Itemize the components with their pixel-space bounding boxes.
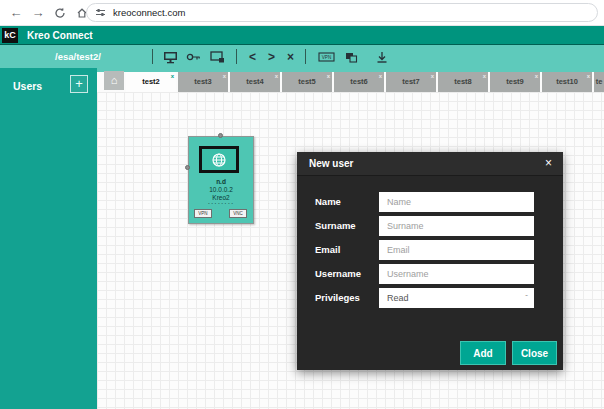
chevron-down-icon: ˇ <box>525 288 528 308</box>
site-settings-icon[interactable] <box>95 4 106 22</box>
url-text[interactable]: kreoconnect.com <box>113 7 185 18</box>
stop-icon[interactable]: × <box>287 50 294 64</box>
name-label: Name <box>315 196 341 207</box>
email-field[interactable] <box>379 240 534 260</box>
email-label: Email <box>315 244 340 255</box>
tab-close-icon[interactable]: x <box>275 72 278 80</box>
tab-test9[interactable]: test9x <box>490 72 540 92</box>
browser-forward-icon[interactable]: → <box>30 5 46 21</box>
name-field[interactable] <box>379 192 534 212</box>
step-back-icon[interactable]: < <box>249 50 256 64</box>
tab-test8[interactable]: test8x <box>438 72 488 92</box>
tab-test2[interactable]: test2x <box>126 72 176 92</box>
address-bar[interactable]: kreoconnect.com <box>86 3 598 22</box>
sidebar-users-panel <box>0 68 97 409</box>
tab-close-icon[interactable]: x <box>535 72 538 80</box>
node-handle-left[interactable] <box>185 165 190 170</box>
surname-label: Surname <box>315 220 356 231</box>
tab-test10[interactable]: test10x <box>542 72 592 92</box>
modal-close-icon[interactable]: × <box>545 156 552 170</box>
breadcrumb-path: /esa/test2/ <box>55 51 101 62</box>
privileges-select[interactable]: Read ˇ <box>379 288 534 308</box>
tab-close-icon[interactable]: x <box>171 72 174 80</box>
username-label: Username <box>315 268 361 279</box>
browser-back-icon[interactable]: ← <box>8 5 24 21</box>
tab-test3[interactable]: test3x <box>178 72 228 92</box>
key-icon[interactable] <box>186 51 201 63</box>
close-button[interactable]: Close <box>512 341 557 365</box>
svg-text:VPN: VPN <box>322 55 331 60</box>
tab-clipped[interactable]: te <box>594 72 604 92</box>
globe-icon <box>211 152 227 168</box>
tab-close-icon[interactable]: x <box>223 72 226 80</box>
node-vnc-button[interactable]: VNC <box>229 209 247 218</box>
tab-test4[interactable]: test4x <box>230 72 280 92</box>
add-button[interactable]: Add <box>460 341 506 365</box>
app-title: Kreo Connect <box>27 30 93 41</box>
home-tab-button[interactable]: ⌂ <box>104 71 124 90</box>
toolbar-separator <box>305 49 306 64</box>
username-field[interactable] <box>379 264 534 284</box>
add-window-icon[interactable] <box>210 51 226 63</box>
tab-close-icon[interactable]: x <box>327 72 330 80</box>
app-logo: kC <box>2 28 18 43</box>
node-password-mask: ········ <box>188 200 254 207</box>
node-handle-top[interactable] <box>218 133 223 138</box>
tab-close-icon[interactable]: x <box>483 72 486 80</box>
privileges-label: Privileges <box>315 292 360 303</box>
tab-close-icon[interactable]: x <box>431 72 434 80</box>
step-forward-icon[interactable]: > <box>268 50 275 64</box>
tab-close-icon[interactable]: x <box>587 72 590 80</box>
tab-test7[interactable]: test7x <box>386 72 436 92</box>
node-title: n.d <box>188 178 254 185</box>
new-user-modal <box>297 152 563 370</box>
tab-test5[interactable]: test5x <box>282 72 332 92</box>
surname-field[interactable] <box>379 216 534 236</box>
browser-refresh-icon[interactable] <box>52 5 68 21</box>
modal-title: New user <box>309 158 353 169</box>
toolbar-separator <box>236 49 237 64</box>
screen-icon[interactable] <box>163 51 178 64</box>
copy-layers-icon[interactable] <box>344 51 358 64</box>
browser-toolbar: ← → kreoconnect.com <box>0 0 604 26</box>
node-ip: 10.0.0.2 <box>188 186 254 193</box>
tab-close-icon[interactable]: x <box>379 72 382 80</box>
toolbar-separator <box>152 49 153 64</box>
node-screen-icon <box>199 146 239 173</box>
download-icon[interactable] <box>376 51 388 64</box>
vpn-icon[interactable]: VPN <box>318 51 335 63</box>
add-user-button[interactable]: + <box>70 75 88 93</box>
tab-test6[interactable]: test6x <box>334 72 384 92</box>
node-vpn-button[interactable]: VPN <box>194 209 212 218</box>
sidebar-title: Users <box>13 80 42 92</box>
